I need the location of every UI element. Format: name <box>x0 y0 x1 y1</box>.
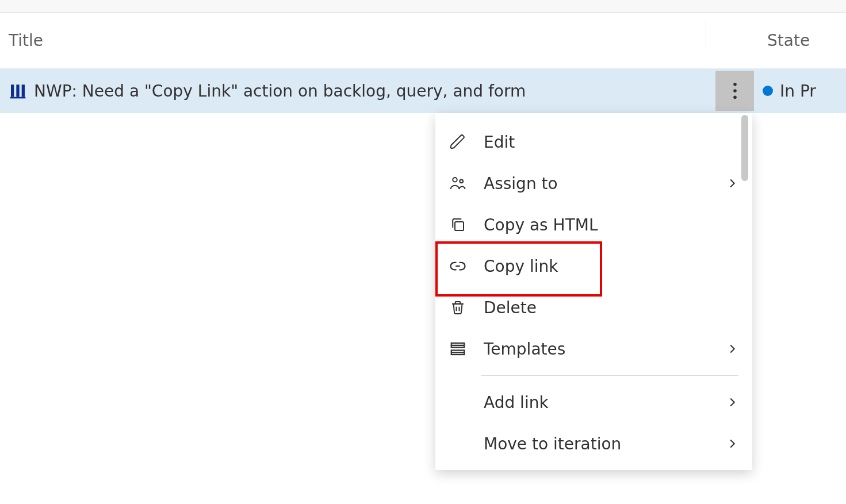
menu-item-copy-html[interactable]: Copy as HTML <box>435 204 752 245</box>
delete-icon <box>449 299 466 316</box>
menu-item-edit[interactable]: Edit <box>435 121 752 163</box>
menu-label: Edit <box>484 133 738 152</box>
menu-item-delete[interactable]: Delete <box>435 287 752 328</box>
svg-point-3 <box>453 178 457 182</box>
svg-point-2 <box>733 95 737 99</box>
menu-divider <box>481 375 738 376</box>
menu-item-copy-link[interactable]: Copy link <box>435 245 752 287</box>
state-indicator-dot <box>763 86 773 96</box>
chevron-right-icon <box>726 343 738 355</box>
scrollbar-thumb[interactable] <box>741 115 748 181</box>
assign-to-icon <box>449 175 466 192</box>
menu-label: Templates <box>484 340 726 359</box>
menu-item-add-link[interactable]: Add link <box>435 382 752 423</box>
svg-point-4 <box>460 179 463 183</box>
menu-item-move-iteration[interactable]: Move to iteration <box>435 423 752 464</box>
work-item-state: In Pr <box>763 68 816 113</box>
chevron-right-icon <box>726 437 738 450</box>
link-icon <box>449 257 466 275</box>
chevron-right-icon <box>726 396 738 409</box>
list-header: Title State <box>0 13 846 68</box>
more-actions-button[interactable] <box>715 71 754 111</box>
menu-label: Copy as HTML <box>484 216 738 234</box>
templates-icon <box>449 340 466 357</box>
menu-label: Delete <box>484 298 738 317</box>
more-vertical-icon <box>733 83 737 99</box>
svg-point-1 <box>733 89 737 93</box>
top-toolbar-strip <box>0 0 846 13</box>
svg-point-0 <box>733 83 737 86</box>
menu-label: Copy link <box>484 257 738 276</box>
menu-label: Assign to <box>484 174 726 193</box>
state-label: In Pr <box>780 82 816 101</box>
menu-item-assign-to[interactable]: Assign to <box>435 163 752 204</box>
work-item-type-icon <box>9 82 27 100</box>
copy-icon <box>449 216 466 233</box>
context-menu: Edit Assign to Copy as HTML <box>435 113 752 470</box>
chevron-right-icon <box>726 177 738 190</box>
svg-rect-5 <box>455 222 464 230</box>
scrollbar[interactable] <box>741 115 748 504</box>
menu-label: Move to iteration <box>484 434 726 453</box>
edit-icon <box>449 133 466 151</box>
header-state-column[interactable]: State <box>767 13 810 68</box>
work-item-row[interactable]: NWP: Need a "Copy Link" action on backlo… <box>0 68 846 113</box>
menu-item-templates[interactable]: Templates <box>435 328 752 370</box>
header-title-column[interactable]: Title <box>9 31 846 50</box>
header-divider <box>706 21 706 48</box>
menu-label: Add link <box>484 393 726 412</box>
